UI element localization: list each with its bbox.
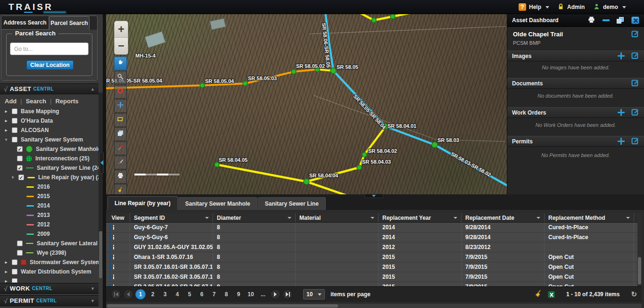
print-dashboard-button[interactable] bbox=[587, 16, 595, 25]
work-centrl-header[interactable]: √ WORK CENTRL ▼ bbox=[0, 283, 99, 294]
layer-checkbox[interactable] bbox=[17, 241, 23, 246]
column-menu-icon[interactable] bbox=[454, 217, 457, 219]
export-excel-icon[interactable] bbox=[548, 291, 555, 298]
info-icon[interactable] bbox=[110, 263, 111, 271]
page-button[interactable]: 3 bbox=[160, 289, 170, 300]
edit-work-orders-button[interactable] bbox=[631, 108, 639, 117]
tree-item-alcosan[interactable]: ▸ ALCOSAN bbox=[0, 125, 99, 135]
copy-features-tool-button[interactable] bbox=[114, 127, 127, 141]
expand-icon[interactable]: ▸ bbox=[4, 118, 8, 123]
info-icon[interactable] bbox=[110, 233, 111, 241]
column-header-replacement-year[interactable]: Replacement Year bbox=[379, 213, 462, 222]
add-image-button[interactable] bbox=[618, 52, 625, 59]
page-button[interactable]: 10 bbox=[246, 289, 256, 300]
popout-button[interactable] bbox=[617, 17, 624, 24]
help-menu[interactable]: ? Help bbox=[519, 0, 549, 14]
info-icon[interactable] bbox=[110, 273, 111, 281]
print-map-button[interactable] bbox=[114, 170, 127, 183]
sidebar-scrollbar[interactable] bbox=[99, 92, 103, 268]
add-permit-button[interactable] bbox=[618, 138, 625, 145]
edit-documents-button[interactable] bbox=[631, 79, 639, 88]
expand-icon[interactable]: ▸ bbox=[4, 269, 8, 274]
tab-parcel-search[interactable]: Parcel Search bbox=[49, 16, 90, 30]
page-button[interactable]: 8 bbox=[221, 289, 231, 300]
items-per-page-select[interactable]: 10 bbox=[303, 289, 325, 300]
tree-item-line-repair[interactable]: ▾ ✓ Line Repair (by year) (2439 bbox=[0, 173, 99, 182]
tab-address-search[interactable]: Address Search bbox=[1, 16, 49, 30]
zoom-in-button[interactable]: + bbox=[114, 21, 128, 38]
page-button[interactable]: 5 bbox=[184, 289, 195, 300]
column-menu-icon[interactable] bbox=[288, 217, 291, 219]
map-canvas[interactable]: MH-15-4 SR 58.05.05-SR 58.05.04 SR 58.05… bbox=[106, 14, 507, 194]
zoom-out-button[interactable]: − bbox=[114, 38, 128, 55]
tab-sanitary-sewer-line[interactable]: Sanitary Sewer Line bbox=[258, 197, 326, 210]
tree-item-base-mapping[interactable]: ▸ Base Mapping bbox=[0, 107, 99, 116]
table-row[interactable]: Guy-6-Guy-78 2014 9/28/2014Cured-In-Plac… bbox=[106, 223, 642, 233]
page-button[interactable]: 6 bbox=[197, 289, 207, 300]
layer-checkbox[interactable] bbox=[12, 127, 17, 133]
grid-scrollbar-thumb[interactable] bbox=[638, 257, 641, 284]
column-menu-icon[interactable] bbox=[537, 217, 540, 219]
permit-centrl-header[interactable]: √ PERMIT CENTRL ▼ bbox=[0, 295, 99, 306]
bottom-panel-collapse-handle[interactable] bbox=[364, 194, 383, 198]
layer-checkbox-checked[interactable]: ✓ bbox=[17, 165, 23, 171]
page-button[interactable]: 4 bbox=[172, 289, 182, 300]
column-menu-icon[interactable] bbox=[626, 217, 630, 219]
info-icon[interactable] bbox=[110, 253, 111, 261]
table-row[interactable]: SR 3.05.07.16.01-SR 3.05.07.168 2015 7/9… bbox=[106, 262, 642, 272]
column-header-replacement-date[interactable]: Replacement Date bbox=[462, 213, 545, 222]
previous-page-button[interactable] bbox=[123, 289, 133, 300]
expand-icon[interactable]: ▸ bbox=[4, 260, 8, 265]
page-button[interactable]: 9 bbox=[233, 289, 244, 300]
search-link[interactable]: Search bbox=[26, 98, 46, 105]
edit-images-button[interactable] bbox=[631, 51, 639, 61]
layer-checkbox[interactable] bbox=[12, 269, 17, 275]
column-header-material[interactable]: Material bbox=[296, 213, 379, 222]
identify-tool-button[interactable] bbox=[114, 85, 127, 99]
draw-tool-button[interactable] bbox=[114, 156, 127, 169]
tree-item-water-distribution-system[interactable]: ▸ Water Distribution System bbox=[0, 267, 99, 276]
layer-checkbox[interactable] bbox=[17, 156, 23, 161]
grid-scrollbar[interactable] bbox=[637, 213, 642, 286]
page-button[interactable]: 7 bbox=[209, 289, 219, 300]
tree-item-stormwater-sewer-system[interactable]: ▸ Stormwater Sewer System bbox=[0, 258, 99, 267]
expand-icon[interactable]: ▸ bbox=[4, 128, 8, 133]
reports-link[interactable]: Reports bbox=[55, 98, 78, 105]
expand-icon[interactable]: ▸ bbox=[4, 109, 8, 114]
column-header-replacement-method[interactable]: Replacement Method bbox=[545, 213, 634, 222]
tree-item-sanitary-sewer-manhole[interactable]: ✓ Sanitary Sewer Manhole (24 bbox=[0, 144, 99, 154]
table-row[interactable]: SR 3.05.07.16.03-SR 3.05.07.1...8 2015 7… bbox=[106, 282, 642, 286]
column-menu-icon[interactable] bbox=[205, 217, 209, 219]
tree-item-lateral-line[interactable]: Sanitary Sewer Lateral Line bbox=[0, 239, 99, 248]
grid-horizontal-scrollbar-thumb[interactable] bbox=[107, 304, 338, 308]
last-page-button[interactable] bbox=[282, 289, 293, 300]
close-button[interactable] bbox=[631, 17, 639, 24]
table-row[interactable]: SR 3.05.07.16.02-SR 3.05.07.1...8 2015 7… bbox=[106, 272, 642, 282]
table-row[interactable]: GUY 31.02.05.A-GUY 31.02.058 2012 8/23/2… bbox=[106, 242, 642, 252]
grid-horizontal-scrollbar[interactable] bbox=[106, 304, 642, 308]
refresh-icon[interactable]: ↻ bbox=[631, 290, 637, 299]
clear-location-button[interactable]: Clear Location bbox=[26, 60, 74, 70]
tree-item-wye[interactable]: Wye (2398) bbox=[0, 248, 99, 258]
expand-icon[interactable]: ▸ bbox=[4, 279, 8, 283]
column-menu-icon[interactable] bbox=[371, 217, 374, 219]
add-link[interactable]: Add bbox=[5, 98, 17, 105]
layer-checkbox[interactable] bbox=[12, 259, 17, 265]
info-icon[interactable] bbox=[110, 243, 111, 251]
column-header-diameter[interactable]: Diameter bbox=[213, 213, 296, 222]
clear-graphics-tool-button[interactable] bbox=[114, 184, 127, 194]
tree-item-sanitary-sewer-line[interactable]: ✓ Sanitary Sewer Line (2441) bbox=[0, 163, 99, 173]
tab-sanitary-sewer-manhole[interactable]: Sanitary Sewer Manhole bbox=[178, 197, 257, 210]
move-tool-button[interactable] bbox=[114, 99, 127, 113]
tree-item-sanitary-sewer-system[interactable]: ▾ Sanitary Sewer System bbox=[0, 135, 99, 144]
pan-tool-button[interactable] bbox=[114, 57, 127, 70]
edit-asset-button[interactable] bbox=[631, 30, 639, 40]
layer-checkbox[interactable] bbox=[12, 137, 17, 142]
layer-checkbox[interactable] bbox=[12, 118, 17, 124]
info-icon[interactable] bbox=[110, 224, 111, 231]
expand-down-icon[interactable]: ▼ bbox=[91, 299, 95, 303]
first-page-button[interactable] bbox=[111, 289, 121, 300]
minimize-button[interactable] bbox=[603, 19, 610, 21]
layer-checkbox[interactable] bbox=[12, 278, 17, 283]
layer-checkbox[interactable] bbox=[12, 108, 17, 114]
